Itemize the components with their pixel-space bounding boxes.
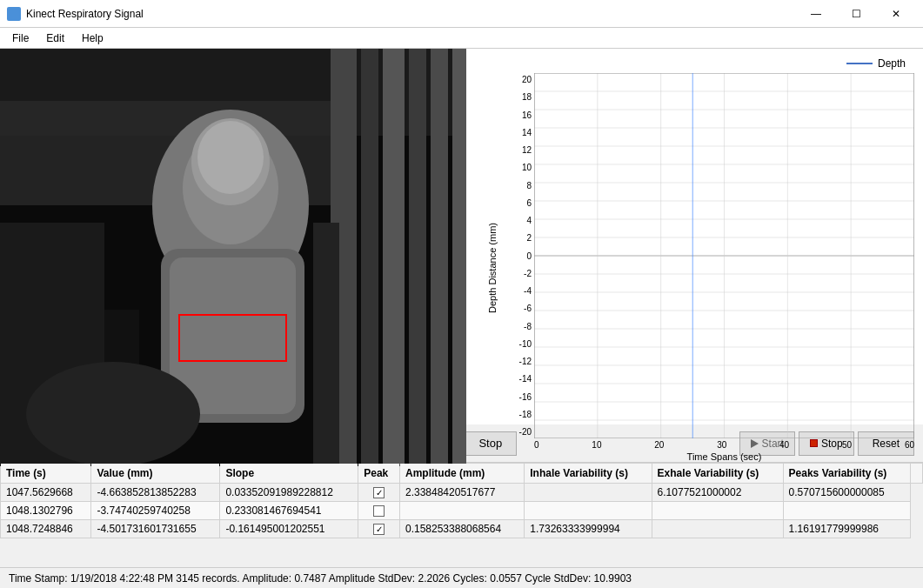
peak-checkbox[interactable]: ✓ (364, 487, 394, 498)
cell-slope: 0.03352091989228812 (220, 484, 358, 502)
scrollbar-spacer (911, 464, 923, 484)
menu-bar: File Edit Help (0, 28, 923, 49)
cell-exhale (652, 520, 783, 538)
legend-line (846, 63, 873, 64)
cell-amplitude (399, 502, 524, 520)
svg-rect-18 (313, 223, 339, 466)
cell-value: -4.501731601731655 (91, 520, 220, 538)
cell-value: -4.663852813852283 (91, 484, 220, 502)
title-bar-left: Kinect Respiratory Signal (7, 7, 144, 21)
table-area[interactable]: Time (s) Value (mm) Slope Peak Amplitude… (0, 463, 923, 567)
cell-value: -3.74740259740258 (91, 502, 220, 520)
svg-point-12 (197, 121, 264, 194)
table-row: 1048.7248846 -4.501731601731655 -0.16149… (1, 520, 923, 538)
cell-inhale (525, 502, 652, 520)
col-value: Value (mm) (91, 464, 220, 484)
peak-checkbox[interactable] (364, 505, 394, 517)
data-table: Time (s) Value (mm) Slope Peak Amplitude… (0, 463, 923, 538)
roi-rectangle (178, 314, 287, 362)
svg-rect-7 (452, 49, 466, 466)
close-button[interactable]: ✕ (876, 0, 916, 28)
cell-peaks (783, 502, 910, 520)
y-axis-label: Depth Distance (mm) (487, 223, 498, 313)
window-title: Kinect Respiratory Signal (26, 8, 144, 20)
title-bar-controls: — ☐ ✕ (796, 0, 916, 28)
svg-rect-3 (361, 49, 378, 466)
maximize-button[interactable]: ☐ (836, 0, 876, 28)
legend-label: Depth (878, 57, 906, 70)
checkbox-checked-2: ✓ (373, 524, 385, 535)
menu-file[interactable]: File (3, 30, 37, 46)
x-axis-area: 0 10 20 30 40 50 60 (534, 438, 914, 450)
cell-slope: 0.233081467694541 (220, 502, 358, 520)
x-axis-title: Time Spans (sec) (534, 451, 914, 462)
cell-peak: ✓ (358, 484, 400, 502)
cell-time: 1048.7248846 (1, 520, 91, 538)
cell-peaks: 1.16191779999986 (783, 520, 910, 538)
cell-amplitude: 0.158253388068564 (399, 520, 524, 538)
cell-inhale: 1.73263333999994 (525, 520, 652, 538)
chart-area: Depth Depth Distance (mm) 20 18 16 1 (466, 49, 923, 466)
menu-edit[interactable]: Edit (37, 30, 73, 46)
col-inhale: Inhale Variability (s) (525, 464, 652, 484)
top-section: Depth Depth Distance (mm) 20 18 16 1 (0, 49, 923, 424)
table-body: 1047.5629668 -4.663852813852283 0.033520… (1, 484, 923, 538)
main-content: Depth Depth Distance (mm) 20 18 16 1 (0, 49, 923, 588)
table-row: 1047.5629668 -4.663852813852283 0.033520… (1, 484, 923, 502)
cell-peak: ✓ (358, 520, 400, 538)
peak-checkbox[interactable]: ✓ (364, 524, 394, 535)
depth-image-area (0, 49, 466, 466)
minimize-button[interactable]: — (796, 0, 836, 28)
x-axis-labels: 0 10 20 30 40 50 60 (534, 440, 914, 450)
svg-point-17 (26, 362, 200, 466)
checkbox-unchecked (373, 505, 385, 517)
depth-canvas (0, 49, 466, 466)
y-axis-labels: 20 18 16 14 12 10 8 6 4 2 0 -2 - (510, 73, 534, 438)
table-header-row: Time (s) Value (mm) Slope Peak Amplitude… (1, 464, 923, 484)
title-bar: Kinect Respiratory Signal — ☐ ✕ (0, 0, 923, 28)
chart-legend: Depth (475, 57, 906, 70)
svg-rect-5 (409, 49, 426, 466)
cell-peaks: 0.570715600000085 (783, 484, 910, 502)
col-amplitude: Amplitude (mm) (399, 464, 524, 484)
cell-exhale (652, 502, 783, 520)
svg-rect-4 (383, 49, 405, 466)
cell-peak (358, 502, 400, 520)
cell-time: 1047.5629668 (1, 484, 91, 502)
table-row: 1048.1302796 -3.74740259740258 0.2330814… (1, 502, 923, 520)
chart-plot (534, 73, 914, 438)
status-text: Time Stamp: 1/19/2018 4:22:48 PM 3145 re… (9, 572, 632, 585)
cell-inhale (525, 484, 652, 502)
col-peaks: Peaks Variability (s) (783, 464, 910, 484)
chart-svg (534, 73, 914, 438)
status-bar: Time Stamp: 1/19/2018 4:22:48 PM 3145 re… (0, 567, 923, 588)
svg-rect-6 (431, 49, 448, 466)
col-exhale: Exhale Variability (s) (652, 464, 783, 484)
menu-help[interactable]: Help (73, 30, 112, 46)
cell-slope: -0.161495001202551 (220, 520, 358, 538)
col-slope: Slope (220, 464, 358, 484)
cell-exhale: 6.1077521000002 (652, 484, 783, 502)
col-time: Time (s) (1, 464, 91, 484)
checkbox-checked: ✓ (373, 487, 385, 498)
cell-amplitude: 2.33848420517677 (399, 484, 524, 502)
app-icon (7, 7, 21, 21)
col-peak: Peak (358, 464, 400, 484)
cell-time: 1048.1302796 (1, 502, 91, 520)
